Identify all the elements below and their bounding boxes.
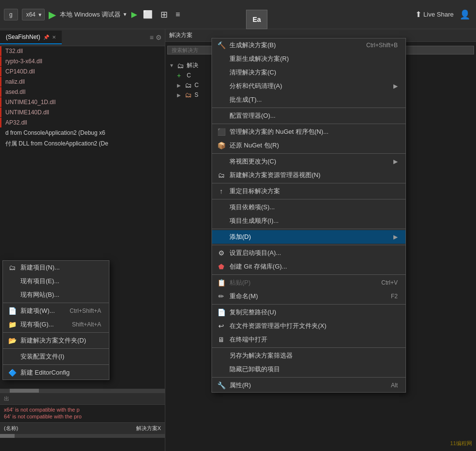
menu-item-batch-build[interactable]: 批生成(T)... — [212, 93, 405, 107]
error-item-2: 64' is not compatible with the pro — [4, 414, 161, 419]
list-item[interactable]: ased.dll — [0, 87, 165, 97]
menu-item-save-filter[interactable]: 另存为解决方案筛选器 — [212, 349, 405, 362]
bottom-scrollbar[interactable] — [0, 434, 165, 438]
toolbar-icon-2[interactable]: ⊞ — [159, 7, 170, 22]
list-item[interactable]: T32.dll — [0, 46, 165, 56]
list-item[interactable]: 付属 DLL from ConsoleApplication2 (De — [0, 138, 165, 149]
play-button-2[interactable]: ▶ — [131, 10, 137, 19]
menu-item-nuget[interactable]: ⬛ 管理解决方案的 NuGet 程序包(N)... — [212, 125, 405, 139]
left-panel: (SeaFishNet) 📌 ✕ ≡ ⚙ T32.dll rypto-3-x64… — [0, 29, 165, 451]
submenu-item-existing-project[interactable]: 现有项目(E)... — [3, 274, 109, 288]
menu-item-copy-path[interactable]: 📄 复制完整路径(U) — [212, 306, 405, 319]
menu-item-open-terminal[interactable]: 🖥 在终端中打开 — [212, 333, 405, 346]
toolbar: g x64 ▼ ▶ 本地 Windows 调试器 ▼ ▶ ⬜ ⊞ ≡ Ea ⬆ … — [0, 0, 476, 29]
menu-item-add[interactable]: 添加(D) ▶ — [212, 230, 405, 244]
main-context-menu: 🔨 生成解决方案(B) Ctrl+Shift+B 重新生成解决方案(R) 清理解… — [212, 38, 406, 393]
tab-seafishnet[interactable]: (SeaFishNet) 📌 ✕ — [0, 31, 62, 44]
folder-icon: + — [177, 72, 185, 79]
submenu-item-new-item[interactable]: 📄 新建项(W)... Ctrl+Shift+A — [3, 304, 109, 318]
submenu-item-existing-website[interactable]: 现有网站(B)... — [3, 288, 109, 302]
live-share-button[interactable]: ⬆ Live Share — [415, 10, 454, 19]
list-item[interactable]: d from ConsoleApplication2 (Debug x6 — [0, 128, 165, 138]
list-item[interactable]: rypto-3-x64.dll — [0, 56, 165, 66]
menu-item-hide-unloaded[interactable]: 隐藏已卸载的项目 — [212, 362, 405, 376]
rename-icon: ✏ — [217, 292, 226, 301]
menu-item-clean[interactable]: 清理解决方案(C) — [212, 66, 405, 79]
list-item[interactable]: naliz.dll — [0, 77, 165, 87]
menu-item-change-view[interactable]: 将视图更改为(C) ▶ — [212, 155, 405, 168]
toolbar-icon-1[interactable]: ⬜ — [141, 8, 155, 21]
menu-item-new-view[interactable]: 🗂 新建解决方案资源管理器视图(N) — [212, 168, 405, 182]
add-icon — [217, 233, 226, 241]
build-icon: 🔨 — [217, 41, 226, 50]
separator-11 — [212, 377, 405, 378]
play-button[interactable]: ▶ — [49, 9, 56, 20]
g-button[interactable]: g — [4, 9, 18, 20]
arrow-icon-3: ▶ — [393, 234, 398, 240]
menu-item-set-startup[interactable]: ⚙ 设置启动项目(A)... — [212, 246, 405, 260]
list-item[interactable]: AP32.dll — [0, 118, 165, 127]
menu-item-create-git[interactable]: ⬟ 创建 Git 存储库(G)... — [212, 260, 405, 273]
submenu-item-new-project[interactable]: 🗂 新建项目(N)... — [3, 261, 109, 274]
close-icon[interactable]: ✕ — [52, 35, 56, 40]
separator-9 — [212, 304, 405, 305]
submenu-separator-3 — [3, 348, 109, 349]
submenu-separator-2 — [3, 332, 109, 333]
new-view-icon: 🗂 — [217, 171, 226, 180]
bottom-tab-bar: 出 — [0, 393, 165, 405]
clean-icon — [217, 68, 226, 77]
toolbar-icon-3[interactable]: ≡ — [174, 8, 182, 21]
menu-item-restore-nuget[interactable]: 📦 还原 NuGet 包(R) — [212, 139, 405, 152]
open-explorer-icon: ↩ — [217, 322, 226, 330]
user-icon-button[interactable]: 👤 — [458, 7, 472, 22]
submenu-item-new-editorconfig[interactable]: 🔷 新建 EditorConfig — [3, 366, 109, 379]
horizontal-scrollbar[interactable] — [0, 389, 165, 393]
separator-8 — [212, 274, 405, 275]
submenu-item-new-solution-folder[interactable]: 📂 新建解决方案文件夹(D) — [3, 334, 109, 347]
menu-item-rename[interactable]: ✏ 重命名(M) F2 — [212, 289, 405, 303]
copy-path-icon: 📄 — [217, 308, 226, 317]
list-item[interactable]: UNTIME140_1D.dll — [0, 97, 165, 107]
error-item-1: x64' is not compatible with the p — [4, 407, 161, 413]
add-submenu: 🗂 新建项目(N)... 现有项目(E)... 现有网站(B)... 📄 新建项… — [2, 260, 109, 380]
debugger-label[interactable]: 本地 Windows 调试器 ▼ — [60, 10, 127, 19]
arrow-icon: ▶ — [393, 83, 398, 90]
editorconfig-icon: 🔷 — [8, 368, 17, 377]
tab-action-filter[interactable]: ≡ — [150, 34, 154, 41]
platform-dropdown[interactable]: x64 ▼ — [22, 9, 45, 20]
menu-item-project-deps[interactable]: 项目依赖项(S)... — [212, 200, 405, 214]
terminal-icon: 🖥 — [217, 335, 226, 344]
submenu-item-install-config[interactable]: 安装配置文件(I) — [3, 350, 109, 363]
separator-6 — [212, 229, 405, 229]
folder-icon-2: 🗂 — [185, 81, 193, 89]
properties-icon: 🔧 — [217, 381, 226, 390]
scrollbar-thumb[interactable] — [10, 389, 39, 393]
menu-item-config-manager[interactable]: 配置管理器(O)... — [212, 109, 405, 123]
menu-item-paste[interactable]: 📋 粘贴(P) Ctrl+V — [212, 276, 405, 289]
list-item[interactable]: CP140D.dll — [0, 67, 165, 76]
config-icon — [217, 111, 226, 120]
separator-2 — [212, 124, 405, 124]
menu-item-open-explorer[interactable]: ↩ 在文件资源管理器中打开文件夹(X) — [212, 319, 405, 333]
submenu-item-existing-item[interactable]: 📁 现有项(G)... Shift+Alt+A — [3, 318, 109, 331]
submenu-separator-4 — [3, 364, 109, 365]
menu-item-properties[interactable]: 🔧 属性(R) Alt — [212, 379, 405, 392]
menu-item-rebuild[interactable]: 重新生成解决方案(R) — [212, 52, 405, 66]
list-item[interactable]: UNTIME140D.dll — [0, 108, 165, 117]
bottom-scrollbar-thumb[interactable] — [0, 434, 15, 438]
pin-icon[interactable]: 📌 — [43, 35, 49, 40]
menu-item-retarget[interactable]: ↑ 重定目标解决方案 — [212, 184, 405, 198]
analyze-icon — [217, 82, 226, 90]
tree-expand-icon: ▼ — [169, 63, 175, 68]
build-order-icon — [217, 216, 226, 225]
startup-icon: ⚙ — [217, 249, 226, 257]
paste-icon: 📋 — [217, 278, 226, 287]
retarget-icon: ↑ — [217, 187, 226, 196]
menu-item-build[interactable]: 🔨 生成解决方案(B) Ctrl+Shift+B — [212, 38, 405, 52]
new-item-icon: 📄 — [8, 307, 17, 315]
menu-item-build-order[interactable]: 项目生成顺序(I)... — [212, 214, 405, 228]
tab-action-settings[interactable]: ⚙ — [156, 34, 162, 41]
separator-5 — [212, 199, 405, 199]
menu-item-analyze[interactable]: 分析和代码清理(A) ▶ — [212, 79, 405, 93]
hide-icon — [217, 365, 226, 374]
